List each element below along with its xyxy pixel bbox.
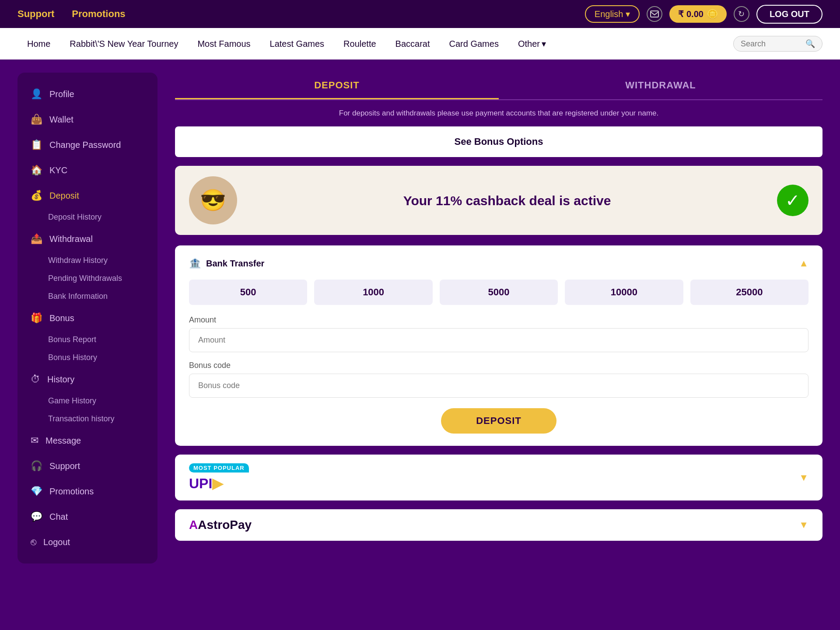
nav-roulette[interactable]: Roulette [334, 28, 386, 60]
astropay-section[interactable]: AAstroPay ▼ [175, 509, 822, 541]
sidebar-label-kyc: KYC [49, 165, 67, 175]
sidebar-item-pending-withdrawals[interactable]: Pending Withdrawals [18, 270, 158, 287]
sidebar-label-deposit-history: Deposit History [48, 213, 102, 221]
sidebar-item-kyc[interactable]: 🏠 KYC [18, 158, 158, 183]
sidebar-item-bank-information[interactable]: Bank Information [18, 287, 158, 305]
search-bar[interactable]: 🔍 [733, 36, 822, 52]
astropay-logo: AAstroPay [189, 518, 252, 532]
wallet-icon: 👜 [31, 114, 42, 125]
sidebar-item-transaction-history[interactable]: Transaction history [18, 410, 158, 428]
bank-transfer-label: Bank Transfer [206, 259, 264, 269]
deposit-icon: 💰 [31, 190, 42, 201]
chip-10000[interactable]: 10000 [565, 280, 683, 305]
sidebar-label-deposit: Deposit [49, 191, 79, 201]
logout-icon: ⎋ [31, 536, 36, 548]
sidebar-item-bonus-history[interactable]: Bonus History [18, 349, 158, 367]
sidebar-item-bonus-report[interactable]: Bonus Report [18, 331, 158, 349]
page-content: 👤 Profile 👜 Wallet 📋 Change Password 🏠 K… [0, 60, 840, 577]
promotions-icon: 💎 [31, 486, 42, 497]
sidebar-label-bank-information: Bank Information [48, 292, 108, 301]
sidebar: 👤 Profile 👜 Wallet 📋 Change Password 🏠 K… [18, 73, 158, 564]
bonus-code-input[interactable] [189, 374, 808, 398]
chevron-down-icon: ▾ [626, 9, 630, 19]
coins-icon: 🪙 [707, 9, 718, 19]
tab-withdrawal[interactable]: WITHDRAWAL [499, 73, 822, 99]
sidebar-item-history[interactable]: ⏱ History [18, 367, 158, 392]
sidebar-item-deposit[interactable]: 💰 Deposit [18, 183, 158, 208]
sidebar-item-withdraw-history[interactable]: Withdraw History [18, 252, 158, 270]
top-nav: Support Promotions English ▾ ₹ 0.00 🪙 ↻ … [0, 0, 840, 28]
logout-button[interactable]: LOG OUT [756, 5, 822, 24]
upi-arrow: ▶ [212, 476, 223, 491]
nav-card-games[interactable]: Card Games [440, 28, 508, 60]
language-button[interactable]: English ▾ [585, 5, 640, 23]
top-nav-left: Support Promotions [18, 8, 126, 20]
mail-icon[interactable] [647, 6, 662, 22]
sidebar-label-change-password: Change Password [49, 140, 121, 150]
withdrawal-icon: 📤 [31, 233, 42, 245]
search-input[interactable] [741, 39, 802, 49]
nav-most-famous[interactable]: Most Famous [188, 28, 260, 60]
sidebar-label-chat: Chat [49, 512, 68, 522]
bank-transfer-section: 🏦 Bank Transfer ▲ 500 1000 5000 10000 25… [175, 245, 822, 446]
most-popular-badge: MOST POPULAR [189, 463, 249, 472]
sidebar-item-message[interactable]: ✉ Message [18, 428, 158, 453]
chip-5000[interactable]: 5000 [440, 280, 558, 305]
cashback-figure: 😎 [189, 176, 237, 224]
chip-500[interactable]: 500 [189, 280, 307, 305]
nav-baccarat[interactable]: Baccarat [386, 28, 440, 60]
kyc-icon: 🏠 [31, 164, 42, 176]
bonus-code-label: Bonus code [189, 361, 808, 370]
chip-1000[interactable]: 1000 [314, 280, 432, 305]
message-icon: ✉ [31, 435, 38, 446]
support-link[interactable]: Support [18, 8, 54, 20]
collapse-up-icon[interactable]: ▲ [799, 258, 808, 269]
sidebar-item-chat[interactable]: 💬 Chat [18, 504, 158, 529]
svg-rect-0 [651, 11, 658, 17]
deposit-submit-button[interactable]: DEPOSIT [441, 408, 556, 434]
checkmark-icon: ✓ [777, 185, 808, 216]
sidebar-item-profile[interactable]: 👤 Profile [18, 81, 158, 107]
balance-button[interactable]: ₹ 0.00 🪙 [669, 5, 726, 23]
sidebar-item-logout[interactable]: ⎋ Logout [18, 529, 158, 555]
upi-logo: UPI▶ [189, 475, 249, 492]
sidebar-label-history: History [47, 374, 74, 385]
nav-tourney[interactable]: Rabbit\'S New Year Tourney [60, 28, 188, 60]
see-bonus-options-button[interactable]: See Bonus Options [175, 126, 822, 157]
sidebar-item-game-history[interactable]: Game History [18, 392, 158, 410]
promotions-link[interactable]: Promotions [72, 8, 125, 20]
collapse-down-icon[interactable]: ▼ [799, 472, 808, 483]
amount-chips: 500 1000 5000 10000 25000 [189, 280, 808, 305]
sidebar-item-change-password[interactable]: 📋 Change Password [18, 132, 158, 158]
nav-home[interactable]: Home [18, 28, 60, 60]
history-icon: ⏱ [31, 374, 40, 385]
sidebar-label-bonus-report: Bonus Report [48, 335, 96, 344]
sidebar-item-withdrawal[interactable]: 📤 Withdrawal [18, 226, 158, 252]
sidebar-item-support[interactable]: 🎧 Support [18, 453, 158, 479]
cashback-banner: 😎 Your 11% cashback deal is active ✓ [175, 166, 822, 235]
chat-icon: 💬 [31, 511, 42, 522]
sidebar-label-wallet: Wallet [49, 115, 74, 125]
nav-latest-games[interactable]: Latest Games [260, 28, 334, 60]
amount-input[interactable] [189, 328, 808, 352]
support-icon: 🎧 [31, 460, 42, 472]
sidebar-item-promotions[interactable]: 💎 Promotions [18, 479, 158, 504]
astropay-collapse-icon[interactable]: ▼ [799, 519, 808, 531]
amount-form-group: Amount [189, 315, 808, 352]
upi-content: MOST POPULAR UPI▶ [189, 463, 249, 492]
sidebar-label-bonus: Bonus [49, 313, 74, 323]
tab-deposit[interactable]: DEPOSIT [175, 73, 499, 99]
upi-section[interactable]: MOST POPULAR UPI▶ ▼ [175, 455, 822, 500]
sidebar-label-pending-withdrawals: Pending Withdrawals [48, 274, 122, 283]
person-emoji: 😎 [200, 188, 226, 213]
refresh-icon[interactable]: ↻ [734, 6, 749, 22]
nav-other[interactable]: Other ▾ [508, 28, 556, 60]
sidebar-item-deposit-history[interactable]: Deposit History [18, 208, 158, 226]
sidebar-label-promotions: Promotions [49, 486, 94, 497]
payment-header: 🏦 Bank Transfer ▲ [189, 258, 808, 269]
sidebar-item-bonus[interactable]: 🎁 Bonus [18, 305, 158, 331]
bank-icon: 🏦 [189, 258, 201, 269]
chip-25000[interactable]: 25000 [690, 280, 808, 305]
sidebar-item-wallet[interactable]: 👜 Wallet [18, 107, 158, 132]
bonus-icon: 🎁 [31, 312, 42, 324]
